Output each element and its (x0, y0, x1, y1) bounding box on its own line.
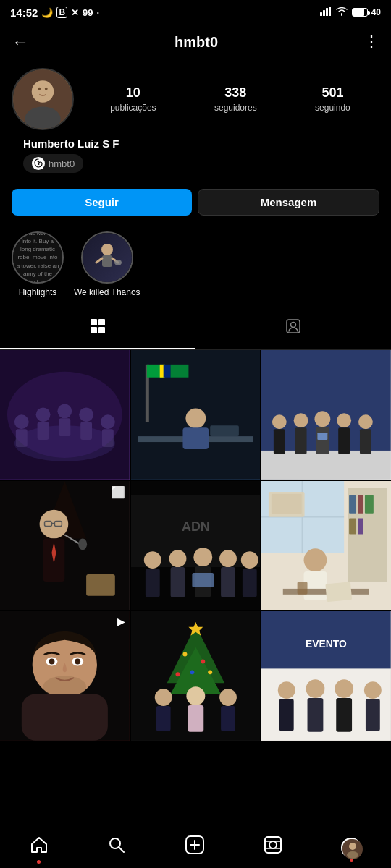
svg-rect-85 (349, 495, 356, 514)
dot-icon: · (97, 7, 100, 18)
svg-rect-3 (329, 7, 331, 16)
follow-button[interactable]: Seguir (12, 189, 192, 216)
svg-rect-134 (366, 699, 380, 731)
svg-rect-39 (170, 365, 188, 378)
highlight-circle-1: Someone tries to villainize you or setti… (12, 231, 64, 284)
stat-followers[interactable]: 338 seguidores (214, 85, 257, 114)
tab-tagged[interactable] (196, 309, 391, 349)
svg-point-51 (315, 411, 331, 427)
svg-rect-52 (316, 427, 329, 454)
svg-rect-18 (98, 327, 105, 333)
svg-point-53 (337, 413, 352, 427)
svg-point-79 (241, 551, 258, 569)
svg-rect-123 (221, 706, 235, 731)
svg-point-9 (38, 163, 40, 165)
nav-reels[interactable] (264, 835, 282, 859)
svg-rect-42 (182, 427, 209, 449)
svg-rect-54 (339, 427, 350, 454)
photo-grid: ⬜ ADN (0, 350, 391, 741)
home-dot (37, 860, 41, 864)
svg-rect-38 (163, 365, 170, 378)
svg-point-118 (154, 689, 172, 707)
svg-rect-80 (243, 569, 257, 597)
status-time: 14:52 (10, 7, 38, 19)
nav-search[interactable] (107, 835, 126, 859)
svg-point-75 (193, 548, 212, 566)
stat-following[interactable]: 501 seguindo (315, 85, 350, 114)
threads-badge[interactable]: hmbt0 (23, 154, 83, 173)
highlight-item-1[interactable]: Someone tries to villainize you or setti… (12, 231, 64, 297)
svg-text:EVENTO: EVENTO (306, 638, 347, 650)
avatar-image (13, 69, 72, 129)
photo-cell-6[interactable] (261, 481, 391, 610)
posts-label: publicações (110, 103, 156, 113)
stat-posts[interactable]: 10 publicações (110, 85, 156, 114)
profile-stats-row: 10 publicações 338 seguidores 501 seguin… (12, 68, 379, 130)
svg-rect-43 (210, 425, 239, 436)
svg-rect-78 (221, 567, 235, 597)
more-options-button[interactable]: ⋮ (363, 33, 379, 51)
back-button[interactable]: ← (12, 32, 29, 52)
svg-rect-121 (188, 705, 203, 732)
svg-rect-72 (146, 569, 160, 597)
svg-rect-46 (261, 451, 391, 480)
reels-icon (264, 835, 282, 859)
svg-point-49 (294, 413, 308, 427)
svg-point-59 (40, 509, 69, 538)
action-buttons: Seguir Mensagem (0, 182, 391, 223)
x-icon: ✕ (71, 7, 79, 18)
svg-point-5 (32, 80, 54, 103)
photo-cell-5[interactable]: ADN (131, 481, 261, 610)
notification-count: 99 (83, 7, 93, 18)
svg-point-103 (49, 659, 54, 665)
avatar[interactable] (12, 68, 74, 130)
reel-indicator-7: ▶ (117, 616, 125, 627)
svg-rect-56 (360, 429, 371, 454)
svg-rect-130 (308, 698, 324, 732)
signal-icon (320, 7, 332, 18)
battery-icon (352, 8, 368, 17)
photo-cell-3[interactable] (261, 350, 391, 480)
svg-rect-57 (318, 433, 328, 440)
highlight-label-2: We killed Thanos (74, 287, 140, 297)
photo-cell-9[interactable]: EVENTO (261, 611, 391, 741)
svg-point-122 (219, 689, 237, 707)
svg-rect-119 (156, 706, 170, 731)
profile-dot (350, 859, 353, 862)
highlight-label-1: Highlights (19, 287, 57, 297)
battery-level: 40 (371, 7, 381, 17)
svg-point-145 (349, 843, 356, 850)
svg-rect-89 (358, 518, 363, 534)
highlight-item-2[interactable]: We killed Thanos (74, 231, 140, 297)
svg-rect-0 (320, 12, 322, 16)
svg-point-120 (186, 687, 205, 706)
highlight-bg-1: Someone tries to villainize you or setti… (13, 233, 62, 282)
svg-point-93 (304, 548, 327, 571)
tab-bar (0, 309, 391, 350)
photo-cell-4[interactable]: ⬜ (0, 481, 130, 610)
svg-point-116 (175, 673, 180, 677)
nav-profile[interactable] (341, 838, 361, 858)
highlight-circle-2 (81, 231, 133, 284)
grid-icon (89, 318, 106, 339)
profile-username-header: hmbt0 (175, 34, 218, 51)
photo-cell-1[interactable] (0, 350, 130, 480)
svg-rect-88 (349, 518, 356, 534)
top-nav: ← hmbt0 ⋮ (0, 23, 391, 61)
svg-point-77 (219, 550, 237, 567)
highlights-row: Someone tries to villainize you or setti… (0, 223, 391, 309)
svg-point-115 (208, 671, 212, 675)
photo-cell-7[interactable]: ▶ (0, 611, 130, 741)
profile-full-name: Humberto Luiz S F (12, 137, 379, 150)
tab-grid[interactable] (0, 309, 196, 349)
svg-rect-74 (170, 567, 185, 597)
svg-rect-128 (279, 699, 294, 731)
photo-cell-8[interactable] (131, 611, 261, 741)
svg-point-10 (101, 244, 113, 255)
message-button[interactable]: Mensagem (198, 189, 379, 216)
b-icon: B (56, 7, 67, 18)
nav-home[interactable] (30, 835, 49, 859)
photo-cell-2[interactable] (131, 350, 261, 480)
nav-add[interactable] (185, 835, 205, 860)
followers-count: 338 (214, 85, 257, 101)
